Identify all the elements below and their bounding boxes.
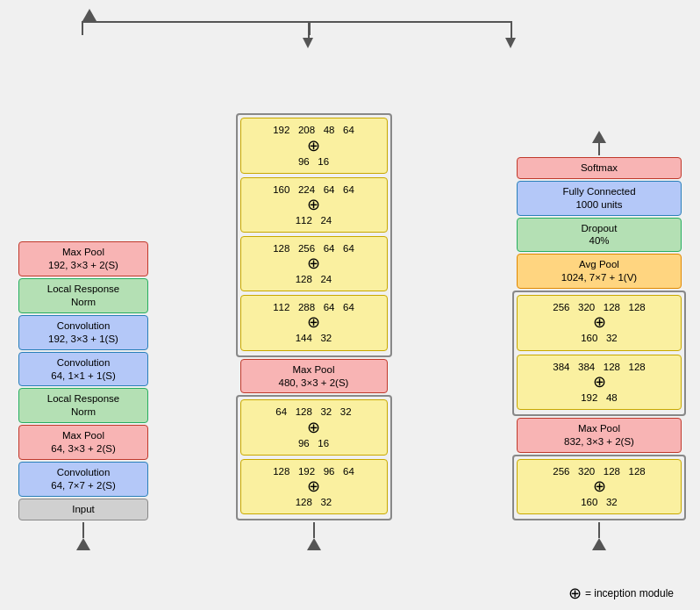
conv-2-block: Convolution64, 1×1 + 1(S) xyxy=(18,352,148,387)
inception-4f: 256 320 128 128 ⊕ 160 32 xyxy=(517,459,682,514)
pool-icon-5b: ⊕ xyxy=(593,373,606,391)
pool-icon-3a: ⊕ xyxy=(307,419,320,436)
pool-icon-5a: ⊕ xyxy=(593,313,606,331)
avg-pool-block: Avg Pool1024, 7×7 + 1(V) xyxy=(517,254,682,289)
inception-4c: 160 224 64 64 ⊕ 112 24 xyxy=(240,177,388,233)
dropout-block: Dropout40% xyxy=(517,218,682,253)
legend: ⊕ = inception module xyxy=(568,584,674,603)
pool-icon-4d: ⊕ xyxy=(307,255,320,272)
pool-icon-4e: ⊕ xyxy=(307,313,320,331)
pool-icon-4f: ⊕ xyxy=(593,477,606,495)
conv-3-block: Convolution64, 7×7 + 2(S) xyxy=(18,462,148,497)
max-pool-1-block: Max Pool192, 3×3 + 2(S) xyxy=(18,241,148,276)
inception-3b: 128 192 96 64 ⊕ 128 32 xyxy=(240,459,388,514)
local-norm-2-block: Local ResponseNorm xyxy=(18,388,148,423)
conv-1-block: Convolution192, 3×3 + 1(S) xyxy=(18,315,148,350)
inception-5b: 384 384 128 128 ⊕ 192 48 xyxy=(517,355,682,410)
max-pool-mid-block: Max Pool480, 3×3 + 2(S) xyxy=(240,359,388,394)
softmax-block: Softmax xyxy=(517,157,682,179)
max-pool-right-block: Max Pool832, 3×3 + 2(S) xyxy=(517,418,682,453)
inception-5a: 256 320 128 128 ⊕ 160 32 xyxy=(517,295,682,350)
inception-3a: 64 128 32 32 ⊕ 96 16 xyxy=(240,399,388,455)
pool-icon-4c: ⊕ xyxy=(307,196,320,213)
diagram-container: Input Convolution64, 7×7 + 2(S) Max Pool… xyxy=(0,0,700,610)
inception-4e: 112 288 64 64 ⊕ 144 32 xyxy=(240,295,388,350)
inception-4d: 128 256 64 64 ⊕ 128 24 xyxy=(240,236,388,291)
max-pool-2-block: Max Pool64, 3×3 + 2(S) xyxy=(18,425,148,460)
local-norm-1-block: Local ResponseNorm xyxy=(18,278,148,313)
fc-block: Fully Connected1000 units xyxy=(517,181,682,216)
pool-icon-3b: ⊕ xyxy=(307,477,320,495)
legend-text: = inception module xyxy=(585,587,674,599)
input-block: Input xyxy=(18,499,148,520)
pool-icon-4b: ⊕ xyxy=(307,137,320,154)
inception-4b: 192 208 48 64 ⊕ 96 16 xyxy=(240,118,388,173)
legend-icon: ⊕ xyxy=(568,584,582,603)
